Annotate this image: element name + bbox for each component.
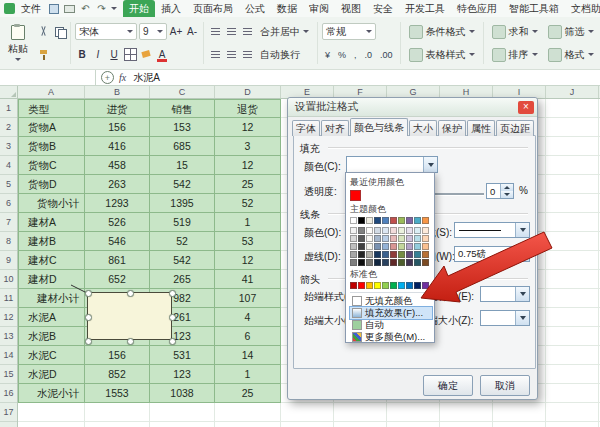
fill-color-button[interactable]: [139, 47, 153, 62]
cell-D10[interactable]: 41: [215, 270, 281, 289]
cell-D12[interactable]: 4: [215, 308, 281, 327]
cell-A3[interactable]: 货物B: [18, 137, 85, 156]
dialog-close-button[interactable]: ×: [518, 101, 534, 114]
row-header-8[interactable]: 8: [0, 232, 17, 251]
cell-C4[interactable]: 15: [150, 156, 215, 175]
theme-tint-swatch[interactable]: [358, 243, 365, 250]
cell-C7[interactable]: 519: [150, 213, 215, 232]
file-menu[interactable]: 文件: [18, 2, 44, 16]
theme-tint-swatch[interactable]: [414, 259, 421, 266]
theme-tint-swatch[interactable]: [414, 251, 421, 258]
ok-button[interactable]: 确定: [423, 375, 473, 396]
theme-tint-swatch[interactable]: [390, 235, 397, 242]
theme-tint-swatch[interactable]: [366, 259, 373, 266]
theme-tint-swatch[interactable]: [374, 235, 381, 242]
theme-tint-swatch[interactable]: [422, 235, 429, 242]
theme-tint-swatch[interactable]: [374, 243, 381, 250]
theme-tint-swatch[interactable]: [382, 251, 389, 258]
print-icon[interactable]: [63, 2, 76, 15]
menu-item-fill-effects[interactable]: 填充效果(F)...: [350, 307, 432, 319]
theme-color-swatch[interactable]: [350, 217, 357, 224]
cell-B4[interactable]: 458: [85, 156, 150, 175]
theme-tint-swatch[interactable]: [382, 259, 389, 266]
theme-tint-swatch[interactable]: [382, 235, 389, 242]
theme-tint-swatch[interactable]: [422, 227, 429, 234]
cell-A4[interactable]: 货物C: [18, 156, 85, 175]
theme-tint-swatch[interactable]: [366, 243, 373, 250]
standard-color-swatch[interactable]: [398, 282, 405, 289]
theme-tint-swatch[interactable]: [422, 259, 429, 266]
theme-tint-swatch[interactable]: [390, 243, 397, 250]
select-all-corner[interactable]: [0, 86, 18, 99]
redo-icon[interactable]: [95, 2, 108, 15]
cell-A5[interactable]: 货物D: [18, 175, 85, 194]
menu-item-more-colors[interactable]: 更多颜色(M)...: [350, 331, 432, 343]
tab-视图[interactable]: 视图: [335, 0, 367, 17]
column-header-C[interactable]: C: [150, 86, 215, 98]
theme-tint-swatch[interactable]: [350, 243, 357, 250]
cell-A13[interactable]: 水泥B: [18, 327, 85, 346]
cell-D3[interactable]: 3: [215, 137, 281, 156]
cell-B2[interactable]: 156: [85, 118, 150, 137]
cell-A16[interactable]: 水泥小计: [18, 384, 85, 403]
theme-tint-swatch[interactable]: [374, 227, 381, 234]
theme-color-swatch[interactable]: [414, 217, 421, 224]
row-header-15[interactable]: 15: [0, 365, 17, 384]
theme-tint-swatch[interactable]: [398, 243, 405, 250]
table-style-button[interactable]: 表格样式: [405, 46, 479, 64]
chevron-down-icon[interactable]: [515, 287, 529, 301]
dialog-tab-页边距[interactable]: 页边距: [496, 120, 534, 136]
cell-C6[interactable]: 1395: [150, 194, 215, 213]
dialog-tab-大小[interactable]: 大小: [409, 120, 437, 136]
cell-C3[interactable]: 685: [150, 137, 215, 156]
standard-color-swatch[interactable]: [366, 282, 373, 289]
dialog-tab-属性[interactable]: 属性: [467, 120, 495, 136]
cell-A14[interactable]: 水泥C: [18, 346, 85, 365]
tab-数据[interactable]: 数据: [271, 0, 303, 17]
cell-D4[interactable]: 12: [215, 156, 281, 175]
tab-特色应用[interactable]: 特色应用: [451, 0, 503, 17]
chevron-down-icon[interactable]: [515, 223, 529, 237]
theme-tint-swatch[interactable]: [366, 251, 373, 258]
row-header-10[interactable]: 10: [0, 270, 17, 289]
increase-decimal-button[interactable]: .00: [377, 47, 396, 62]
chevron-down-icon[interactable]: [423, 157, 437, 172]
theme-tint-swatch[interactable]: [390, 227, 397, 234]
row-header-4[interactable]: 4: [0, 156, 17, 175]
cell-C8[interactable]: 52: [150, 232, 215, 251]
borders-button[interactable]: [123, 47, 137, 62]
row-header-1[interactable]: 1: [0, 99, 17, 118]
tab-公式[interactable]: 公式: [239, 0, 271, 17]
theme-tint-swatch[interactable]: [366, 227, 373, 234]
comment-resize-handle[interactable]: [85, 290, 92, 297]
recent-color-swatch[interactable]: [350, 190, 361, 201]
cell-D8[interactable]: 53: [215, 232, 281, 251]
theme-tint-swatch[interactable]: [406, 243, 413, 250]
cell-D14[interactable]: 14: [215, 346, 281, 365]
cell-B16[interactable]: 1553: [85, 384, 150, 403]
standard-color-swatch[interactable]: [374, 282, 381, 289]
dialog-tab-保护[interactable]: 保护: [438, 120, 466, 136]
font-size-select[interactable]: 9: [139, 23, 167, 40]
tab-插入[interactable]: 插入: [155, 0, 187, 17]
cell-A6[interactable]: 货物小计: [18, 194, 85, 213]
theme-tint-swatch[interactable]: [350, 227, 357, 234]
theme-tint-swatch[interactable]: [374, 251, 381, 258]
tab-审阅[interactable]: 审阅: [303, 0, 335, 17]
row-header-11[interactable]: 11: [0, 289, 17, 308]
cell-A8[interactable]: 建材B: [18, 232, 85, 251]
spin-down-icon[interactable]: [517, 254, 529, 261]
theme-tint-swatch[interactable]: [398, 235, 405, 242]
transparency-spinner[interactable]: 0: [486, 183, 514, 199]
theme-color-swatch[interactable]: [374, 217, 381, 224]
theme-tint-swatch[interactable]: [350, 235, 357, 242]
cell-C15[interactable]: 123: [150, 365, 215, 384]
theme-color-swatch[interactable]: [382, 217, 389, 224]
dialog-tab-字体[interactable]: 字体: [292, 120, 320, 136]
sum-button[interactable]: 求和: [488, 23, 542, 41]
theme-color-swatch[interactable]: [366, 217, 373, 224]
cell-C5[interactable]: 542: [150, 175, 215, 194]
bold-button[interactable]: B: [75, 47, 89, 62]
column-header-J[interactable]: J: [546, 86, 599, 98]
percent-format-button[interactable]: %: [335, 47, 349, 62]
